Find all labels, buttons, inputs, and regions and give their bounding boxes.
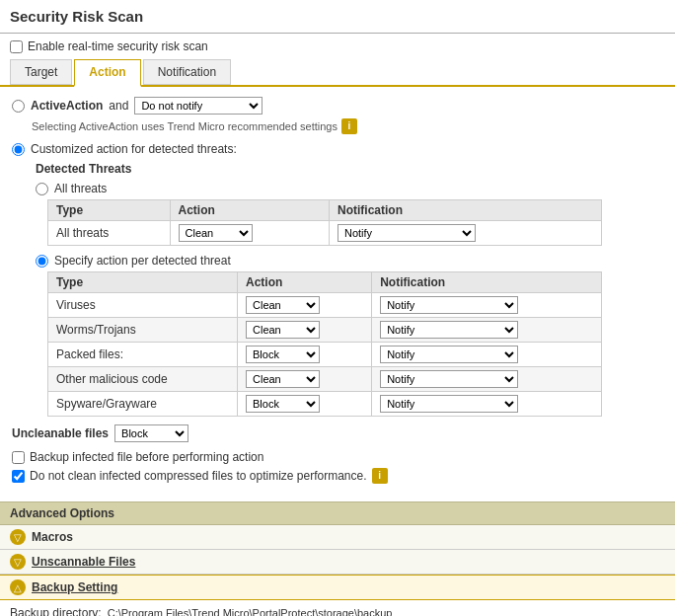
specify-notify-select-3[interactable]: NotifyDo not notify: [380, 370, 518, 388]
specify-action-select-2[interactable]: CleanBlockQuarantineDeletePass: [246, 346, 320, 363]
all-threats-action-select[interactable]: CleanBlockQuarantineDelete: [179, 224, 253, 242]
specify-type-4: Spyware/Grayware: [48, 392, 238, 417]
table-row: VirusesCleanBlockQuarantineDeletePassNot…: [48, 293, 602, 318]
unscannable-collapse-icon: ▽: [10, 554, 26, 570]
specify-action-select-4[interactable]: CleanBlockQuarantineDeletePass: [246, 395, 320, 413]
specify-type-2: Packed files:: [48, 343, 238, 367]
table-row: Packed files:CleanBlockQuarantineDeleteP…: [48, 343, 602, 367]
spec-col-notification: Notification: [372, 272, 601, 293]
all-threats-notification[interactable]: NotifyDo not notify: [329, 221, 601, 246]
specify-action-1[interactable]: CleanBlockQuarantineDeletePass: [238, 318, 372, 343]
col-type-1: Type: [48, 200, 171, 221]
backup-path: C:\Program Files\Trend Micro\PortalProte…: [108, 607, 393, 616]
action-content: ActiveAction and Do not notify Selecting…: [0, 87, 675, 501]
tab-notification[interactable]: Notification: [143, 59, 231, 85]
all-threats-notify-select[interactable]: NotifyDo not notify: [338, 224, 476, 242]
hint-row: Selecting ActiveAction uses Trend Micro …: [32, 118, 663, 134]
tab-action[interactable]: Action: [74, 59, 140, 87]
specify-action-radio[interactable]: [36, 255, 48, 268]
specify-notify-select-2[interactable]: NotifyDo not notify: [380, 346, 518, 363]
active-action-row: ActiveAction and Do not notify: [12, 97, 663, 115]
backup-content: Backup directory: C:\Program Files\Trend…: [0, 600, 675, 616]
detected-threats-label: Detected Threats: [36, 162, 663, 176]
table-row: Worms/TrojansCleanBlockQuarantineDeleteP…: [48, 318, 602, 343]
uncleanable-label: Uncleanable files: [12, 426, 109, 440]
do-not-notify-select[interactable]: Do not notify: [134, 97, 262, 115]
backup-infected-row: Backup infected file before performing a…: [12, 450, 663, 464]
specify-notify-select-4[interactable]: NotifyDo not notify: [380, 395, 518, 413]
specify-action-3[interactable]: CleanBlockQuarantineDeletePass: [238, 367, 372, 392]
all-threats-row: All threats: [36, 182, 663, 195]
backup-setting-label: Backup Setting: [32, 580, 117, 594]
all-threats-radio[interactable]: [36, 183, 48, 195]
table-row: All threats CleanBlockQuarantineDelete N…: [48, 221, 602, 246]
specify-notify-0[interactable]: NotifyDo not notify: [372, 293, 601, 318]
specify-action-0[interactable]: CleanBlockQuarantineDeletePass: [238, 293, 372, 318]
enable-row: Enable real-time security risk scan: [0, 34, 675, 59]
spec-col-action: Action: [238, 272, 372, 293]
customized-action-radio[interactable]: [12, 143, 25, 156]
uncleanable-select[interactable]: BlockQuarantineDeletePass: [114, 424, 188, 442]
specify-notify-1[interactable]: NotifyDo not notify: [372, 318, 601, 343]
col-action-1: Action: [170, 200, 329, 221]
macros-collapse-icon: ▽: [10, 529, 26, 545]
col-notification-1: Notification: [329, 200, 601, 221]
advanced-header: Advanced Options: [0, 501, 675, 525]
specify-action-4[interactable]: CleanBlockQuarantineDeletePass: [238, 392, 372, 417]
all-threats-table: Type Action Notification All threats Cle…: [47, 199, 602, 246]
backup-collapse-icon: △: [10, 579, 26, 595]
do-not-clean-checkbox[interactable]: [12, 470, 25, 483]
uncleanable-row: Uncleanable files BlockQuarantineDeleteP…: [12, 424, 663, 442]
spec-col-type: Type: [48, 272, 238, 293]
customized-action-row: Customized action for detected threats:: [12, 142, 663, 156]
specify-type-3: Other malicious code: [48, 367, 238, 392]
specify-notify-4[interactable]: NotifyDo not notify: [372, 392, 601, 417]
backup-directory-label: Backup directory:: [10, 606, 102, 616]
specify-type-0: Viruses: [48, 293, 238, 318]
backup-directory-row: Backup directory: C:\Program Files\Trend…: [10, 606, 665, 616]
page-title: Security Risk Scan: [10, 8, 143, 25]
tabs: Target Action Notification: [0, 59, 675, 87]
specify-notify-select-0[interactable]: NotifyDo not notify: [380, 296, 518, 314]
page-header: Security Risk Scan: [0, 0, 675, 34]
specify-type-1: Worms/Trojans: [48, 318, 238, 343]
specify-action-select-3[interactable]: CleanBlockQuarantineDeletePass: [246, 370, 320, 388]
unscannable-row[interactable]: ▽ Unscannable Files: [0, 550, 675, 575]
specify-notify-select-1[interactable]: NotifyDo not notify: [380, 321, 518, 339]
advanced-section: Advanced Options ▽ Macros ▽ Unscannable …: [0, 501, 675, 616]
unscannable-label: Unscannable Files: [32, 555, 135, 569]
enable-checkbox[interactable]: [10, 40, 23, 53]
macros-row[interactable]: ▽ Macros: [0, 525, 675, 550]
specify-table-container: Type Action Notification VirusesCleanBlo…: [47, 271, 663, 417]
info-icon-2: i: [372, 468, 388, 484]
all-threats-action[interactable]: CleanBlockQuarantineDelete: [170, 221, 329, 246]
table-row: Other malicious codeCleanBlockQuarantine…: [48, 367, 602, 392]
macros-label: Macros: [32, 530, 73, 544]
specify-table: Type Action Notification VirusesCleanBlo…: [47, 271, 602, 417]
tab-target[interactable]: Target: [10, 59, 72, 85]
do-not-clean-row: Do not clean infected compressed files t…: [12, 468, 663, 484]
info-icon: i: [341, 118, 357, 134]
specify-action-select-1[interactable]: CleanBlockQuarantineDeletePass: [246, 321, 320, 339]
specify-notify-3[interactable]: NotifyDo not notify: [372, 367, 601, 392]
backup-setting-row[interactable]: △ Backup Setting: [0, 575, 675, 600]
specify-action-select-0[interactable]: CleanBlockQuarantineDeletePass: [246, 296, 320, 314]
enable-label[interactable]: Enable real-time security risk scan: [10, 39, 665, 53]
all-threats-type: All threats: [48, 221, 171, 246]
table-row: Spyware/GraywareCleanBlockQuarantineDele…: [48, 392, 602, 417]
specify-action-2[interactable]: CleanBlockQuarantineDeletePass: [238, 343, 372, 367]
specify-action-row: Specify action per detected threat: [36, 254, 663, 268]
active-action-radio[interactable]: [12, 100, 25, 113]
backup-infected-checkbox[interactable]: [12, 451, 25, 464]
specify-notify-2[interactable]: NotifyDo not notify: [372, 343, 601, 367]
all-threats-table-container: Type Action Notification All threats Cle…: [47, 199, 663, 246]
